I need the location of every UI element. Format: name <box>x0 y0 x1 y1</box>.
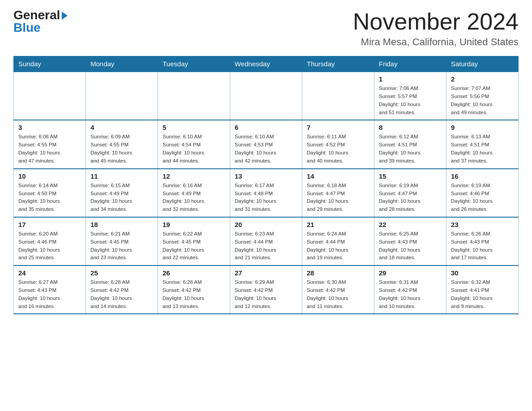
day-number: 13 <box>235 172 297 180</box>
day-number: 1 <box>379 75 442 83</box>
day-info: Sunrise: 6:21 AM Sunset: 4:45 PM Dayligh… <box>90 230 153 262</box>
day-of-week-header: Tuesday <box>158 56 230 72</box>
calendar-cell <box>230 72 302 120</box>
calendar-cell: 13Sunrise: 6:17 AM Sunset: 4:48 PM Dayli… <box>230 169 302 217</box>
calendar-cell: 29Sunrise: 6:31 AM Sunset: 4:42 PM Dayli… <box>374 265 446 314</box>
calendar-cell: 12Sunrise: 6:16 AM Sunset: 4:49 PM Dayli… <box>158 169 230 217</box>
month-title: November 2024 <box>353 9 519 34</box>
day-number: 6 <box>235 124 297 131</box>
calendar-cell <box>86 72 158 120</box>
day-info: Sunrise: 6:20 AM Sunset: 4:46 PM Dayligh… <box>18 230 81 262</box>
day-number: 28 <box>307 269 369 277</box>
calendar-cell: 8Sunrise: 6:12 AM Sunset: 4:51 PM Daylig… <box>374 120 446 168</box>
calendar-cell: 5Sunrise: 6:10 AM Sunset: 4:54 PM Daylig… <box>158 120 230 168</box>
calendar-cell: 7Sunrise: 6:11 AM Sunset: 4:52 PM Daylig… <box>302 120 374 168</box>
day-number: 10 <box>18 172 81 180</box>
day-info: Sunrise: 6:27 AM Sunset: 4:43 PM Dayligh… <box>18 278 81 310</box>
day-number: 9 <box>451 124 514 131</box>
logo-triangle-icon <box>62 12 68 20</box>
calendar-cell: 23Sunrise: 6:26 AM Sunset: 4:43 PM Dayli… <box>446 217 519 265</box>
calendar-cell: 18Sunrise: 6:21 AM Sunset: 4:45 PM Dayli… <box>86 217 158 265</box>
calendar-week-row: 10Sunrise: 6:14 AM Sunset: 4:50 PM Dayli… <box>14 169 519 217</box>
logo-general-text: General <box>13 9 60 21</box>
day-info: Sunrise: 6:08 AM Sunset: 4:55 PM Dayligh… <box>18 133 81 165</box>
calendar-cell: 17Sunrise: 6:20 AM Sunset: 4:46 PM Dayli… <box>14 217 86 265</box>
day-number: 22 <box>379 221 442 228</box>
day-of-week-header: Saturday <box>446 56 519 72</box>
calendar-cell: 16Sunrise: 6:19 AM Sunset: 4:46 PM Dayli… <box>446 169 519 217</box>
day-number: 12 <box>163 172 225 180</box>
day-info: Sunrise: 6:25 AM Sunset: 4:43 PM Dayligh… <box>379 230 442 262</box>
day-number: 18 <box>90 221 153 228</box>
day-info: Sunrise: 6:11 AM Sunset: 4:52 PM Dayligh… <box>307 133 369 165</box>
calendar-cell: 2Sunrise: 7:07 AM Sunset: 5:56 PM Daylig… <box>446 72 519 120</box>
day-info: Sunrise: 6:17 AM Sunset: 4:48 PM Dayligh… <box>235 182 297 214</box>
calendar-header-row: SundayMondayTuesdayWednesdayThursdayFrid… <box>14 56 519 72</box>
calendar-week-row: 24Sunrise: 6:27 AM Sunset: 4:43 PM Dayli… <box>14 265 519 314</box>
calendar-cell <box>302 72 374 120</box>
day-of-week-header: Thursday <box>302 56 374 72</box>
calendar-cell: 6Sunrise: 6:10 AM Sunset: 4:53 PM Daylig… <box>230 120 302 168</box>
day-number: 14 <box>307 172 369 180</box>
day-number: 23 <box>451 221 514 228</box>
calendar-week-row: 3Sunrise: 6:08 AM Sunset: 4:55 PM Daylig… <box>14 120 519 168</box>
day-number: 7 <box>307 124 369 131</box>
logo: General Blue <box>13 9 68 34</box>
day-number: 11 <box>90 172 153 180</box>
location-title: Mira Mesa, California, United States <box>353 36 519 48</box>
day-number: 2 <box>451 75 514 83</box>
calendar-cell: 25Sunrise: 6:28 AM Sunset: 4:42 PM Dayli… <box>86 265 158 314</box>
calendar-cell: 20Sunrise: 6:23 AM Sunset: 4:44 PM Dayli… <box>230 217 302 265</box>
day-info: Sunrise: 6:31 AM Sunset: 4:42 PM Dayligh… <box>379 278 442 310</box>
calendar-cell: 1Sunrise: 7:06 AM Sunset: 5:57 PM Daylig… <box>374 72 446 120</box>
day-info: Sunrise: 6:22 AM Sunset: 4:45 PM Dayligh… <box>163 230 225 262</box>
calendar-cell: 19Sunrise: 6:22 AM Sunset: 4:45 PM Dayli… <box>158 217 230 265</box>
calendar-cell: 26Sunrise: 6:28 AM Sunset: 4:42 PM Dayli… <box>158 265 230 314</box>
calendar-cell: 22Sunrise: 6:25 AM Sunset: 4:43 PM Dayli… <box>374 217 446 265</box>
day-info: Sunrise: 6:19 AM Sunset: 4:47 PM Dayligh… <box>379 182 442 214</box>
day-info: Sunrise: 6:16 AM Sunset: 4:49 PM Dayligh… <box>163 182 225 214</box>
day-info: Sunrise: 6:24 AM Sunset: 4:44 PM Dayligh… <box>307 230 369 262</box>
calendar-cell: 3Sunrise: 6:08 AM Sunset: 4:55 PM Daylig… <box>14 120 86 168</box>
day-info: Sunrise: 6:10 AM Sunset: 4:54 PM Dayligh… <box>163 133 225 165</box>
day-info: Sunrise: 6:30 AM Sunset: 4:42 PM Dayligh… <box>307 278 369 310</box>
day-number: 20 <box>235 221 297 228</box>
calendar-week-row: 1Sunrise: 7:06 AM Sunset: 5:57 PM Daylig… <box>14 72 519 120</box>
calendar-cell <box>14 72 86 120</box>
day-number: 17 <box>18 221 81 228</box>
title-area: November 2024 Mira Mesa, California, Uni… <box>353 9 519 48</box>
page-header: General Blue November 2024 Mira Mesa, Ca… <box>13 9 519 48</box>
day-info: Sunrise: 6:19 AM Sunset: 4:46 PM Dayligh… <box>451 182 514 214</box>
calendar-cell: 10Sunrise: 6:14 AM Sunset: 4:50 PM Dayli… <box>14 169 86 217</box>
day-info: Sunrise: 6:10 AM Sunset: 4:53 PM Dayligh… <box>235 133 297 165</box>
day-number: 21 <box>307 221 369 228</box>
day-number: 19 <box>163 221 225 228</box>
day-number: 30 <box>451 269 514 277</box>
calendar-cell: 21Sunrise: 6:24 AM Sunset: 4:44 PM Dayli… <box>302 217 374 265</box>
day-info: Sunrise: 6:13 AM Sunset: 4:51 PM Dayligh… <box>451 133 514 165</box>
day-info: Sunrise: 6:14 AM Sunset: 4:50 PM Dayligh… <box>18 182 81 214</box>
day-number: 16 <box>451 172 514 180</box>
day-number: 24 <box>18 269 81 277</box>
day-number: 27 <box>235 269 297 277</box>
day-info: Sunrise: 6:26 AM Sunset: 4:43 PM Dayligh… <box>451 230 514 262</box>
calendar-week-row: 17Sunrise: 6:20 AM Sunset: 4:46 PM Dayli… <box>14 217 519 265</box>
day-info: Sunrise: 6:23 AM Sunset: 4:44 PM Dayligh… <box>235 230 297 262</box>
day-of-week-header: Wednesday <box>230 56 302 72</box>
calendar-cell: 4Sunrise: 6:09 AM Sunset: 4:55 PM Daylig… <box>86 120 158 168</box>
day-of-week-header: Monday <box>86 56 158 72</box>
day-info: Sunrise: 6:32 AM Sunset: 4:41 PM Dayligh… <box>451 278 514 310</box>
day-number: 15 <box>379 172 442 180</box>
day-info: Sunrise: 6:28 AM Sunset: 4:42 PM Dayligh… <box>163 278 225 310</box>
calendar-cell: 14Sunrise: 6:18 AM Sunset: 4:47 PM Dayli… <box>302 169 374 217</box>
day-of-week-header: Friday <box>374 56 446 72</box>
day-info: Sunrise: 7:07 AM Sunset: 5:56 PM Dayligh… <box>451 85 514 116</box>
calendar-cell: 11Sunrise: 6:15 AM Sunset: 4:49 PM Dayli… <box>86 169 158 217</box>
calendar-cell: 15Sunrise: 6:19 AM Sunset: 4:47 PM Dayli… <box>374 169 446 217</box>
day-number: 4 <box>90 124 153 131</box>
logo-blue-text: Blue <box>13 21 41 34</box>
day-info: Sunrise: 6:18 AM Sunset: 4:47 PM Dayligh… <box>307 182 369 214</box>
day-number: 25 <box>90 269 153 277</box>
day-info: Sunrise: 6:28 AM Sunset: 4:42 PM Dayligh… <box>90 278 153 310</box>
day-info: Sunrise: 6:09 AM Sunset: 4:55 PM Dayligh… <box>90 133 153 165</box>
